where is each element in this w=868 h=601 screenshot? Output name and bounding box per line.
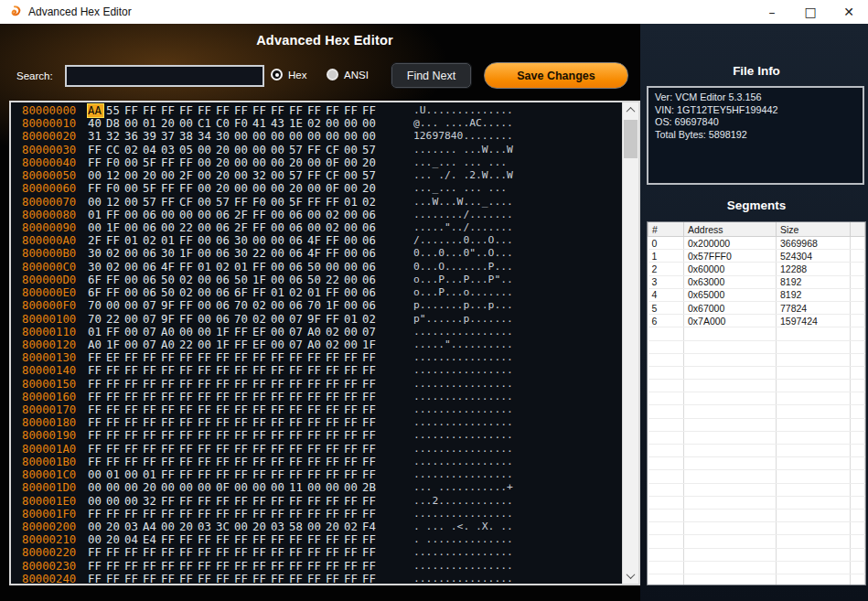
hex-byte[interactable]: 2F [88,234,106,247]
hex-byte[interactable]: FF [88,364,106,377]
hex-byte[interactable]: 00 [124,481,143,494]
hex-byte[interactable]: FF [179,508,198,521]
hex-byte[interactable]: FF [271,429,289,442]
hex-byte[interactable]: 50 [307,274,326,286]
hex-byte[interactable]: 32 [143,495,161,508]
hex-byte[interactable]: 12 [106,196,124,209]
hex-byte[interactable]: FF [344,495,362,508]
hex-byte[interactable]: 20 [216,144,234,156]
hex-byte[interactable]: 06 [216,313,234,326]
hex-byte[interactable]: FF [252,560,271,573]
hex-byte[interactable]: 00 [344,274,362,286]
hex-byte[interactable]: 00 [252,130,271,143]
hex-byte[interactable]: 00 [271,130,289,143]
hex-byte[interactable]: FF [88,416,106,429]
hex-byte[interactable]: 00 [198,209,216,221]
hex-byte[interactable]: 06 [362,286,380,299]
hex-byte[interactable]: FF [179,234,198,247]
hex-byte[interactable]: FF [362,378,380,391]
hex-byte[interactable]: FF [307,104,326,117]
hex-byte[interactable]: 00 [362,117,380,130]
hex-byte[interactable]: FF [344,391,362,403]
hex-byte[interactable]: FF [326,286,344,299]
hex-byte[interactable]: FF [271,378,289,391]
hex-byte[interactable]: 00 [326,481,344,494]
hex-byte[interactable]: 00 [271,196,289,209]
hex-byte[interactable]: FF [143,391,161,403]
hex-byte[interactable]: 00 [124,261,143,274]
hex-byte[interactable]: 00 [198,313,216,326]
hex-byte[interactable]: FF [362,533,380,546]
hex-byte[interactable]: 07 [289,313,307,326]
hex-byte[interactable]: FF [252,403,271,416]
hex-byte[interactable]: FF [198,533,216,546]
hex-byte[interactable]: FF [179,495,198,508]
hex-byte[interactable]: 00 [234,130,252,143]
hex-byte[interactable]: FF [106,364,124,377]
hex-byte[interactable]: 00 [252,481,271,494]
hex-byte[interactable]: D8 [106,117,124,130]
hex-byte[interactable]: 00 [161,481,179,494]
hex-byte[interactable]: 11 [289,481,307,494]
hex-byte[interactable]: FF [344,429,362,442]
hex-byte[interactable]: 4F [307,234,326,247]
hex-byte[interactable]: FF [179,443,198,456]
hex-byte[interactable]: 1E [289,117,307,130]
hex-byte[interactable]: A0 [88,338,106,351]
hex-byte[interactable]: 20 [216,182,234,195]
hex-byte[interactable]: 02 [289,286,307,299]
hex-byte[interactable]: FF [216,456,234,468]
hex-byte[interactable]: FF [198,429,216,442]
hex-byte[interactable]: 30 [234,234,252,247]
hex-byte[interactable]: FF [88,182,106,195]
hex-byte[interactable]: 07 [143,326,161,338]
hex-byte[interactable]: FF [124,429,143,442]
hex-byte[interactable]: FF [88,391,106,403]
hex-byte[interactable]: FF [326,234,344,247]
hex-byte[interactable]: 20 [326,521,344,533]
hex-byte[interactable]: FF [88,403,106,416]
hex-byte[interactable]: FF [143,378,161,391]
hex-byte[interactable]: FF [307,196,326,209]
hex-byte[interactable]: 06 [289,221,307,234]
segments-table-wrap[interactable]: #AddressSize 00x200000366996810x57FFF052… [647,221,866,585]
hex-byte[interactable]: F0 [106,182,124,195]
hex-byte[interactable]: FF [362,403,380,416]
hex-byte[interactable]: 00 [198,286,216,299]
hex-byte[interactable]: CF [326,169,344,182]
hex-byte[interactable]: FF [326,429,344,442]
hex-byte[interactable]: 30 [234,247,252,260]
hex-byte[interactable]: CF [179,196,198,209]
hex-byte[interactable]: FF [124,391,143,403]
hex-byte[interactable]: FF [252,378,271,391]
hex-byte[interactable]: 02 [362,313,380,326]
hex-byte[interactable]: FF [198,546,216,559]
hex-byte[interactable]: 4F [307,247,326,260]
hex-byte[interactable]: FF [88,144,106,156]
hex-byte[interactable]: FF [198,573,216,585]
hex-byte[interactable]: 06 [143,247,161,260]
hex-byte[interactable]: 03 [271,521,289,533]
hex-byte[interactable]: 00 [271,169,289,182]
hex-byte[interactable]: 5F [143,182,161,195]
hex-byte[interactable]: 20 [143,169,161,182]
hex-byte[interactable]: FF [252,286,271,299]
hex-byte[interactable]: 5F [289,196,307,209]
hex-byte[interactable]: 00 [88,481,106,494]
hex-byte[interactable]: 6F [88,274,106,286]
hex-byte[interactable]: 01 [344,313,362,326]
hex-byte[interactable]: 06 [143,261,161,274]
hex-byte[interactable]: FF [234,416,252,429]
hex-byte[interactable]: FF [362,416,380,429]
hex-byte[interactable]: EF [252,326,271,338]
hex-byte[interactable]: FF [124,403,143,416]
hex-byte[interactable]: 00 [344,326,362,338]
hex-byte[interactable]: 04 [124,533,143,546]
hex-byte[interactable]: C1 [198,117,216,130]
hex-byte[interactable]: 00 [234,169,252,182]
hex-byte[interactable]: 37 [161,130,179,143]
hex-byte[interactable]: 00 [271,481,289,494]
hex-byte[interactable]: FF [198,495,216,508]
hex-byte[interactable]: 01 [307,286,326,299]
segment-row[interactable]: 60x7A0001597424 [648,315,865,327]
